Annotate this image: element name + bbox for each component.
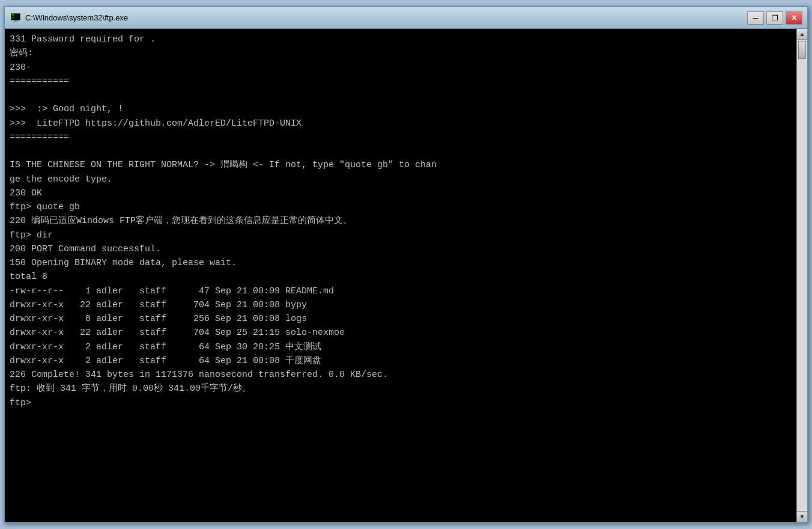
scrollbar-up-button[interactable]: ▲ [797,29,807,40]
svg-rect-4 [12,17,14,17]
svg-rect-3 [12,16,15,16]
close-button[interactable]: ✕ [786,11,802,25]
scrollbar-thumb[interactable] [798,41,806,59]
window-icon [10,12,22,24]
scrollbar-track[interactable] [797,40,807,511]
terminal-area: 331 Password required for . 密码: 230- ===… [5,29,807,522]
svg-rect-2 [12,14,14,15]
svg-rect-6 [13,22,19,22]
terminal-output[interactable]: 331 Password required for . 密码: 230- ===… [5,29,796,522]
restore-button[interactable]: ❐ [766,11,783,25]
svg-rect-5 [14,20,17,22]
titlebar: C:\Windows\system32\ftp.exe ─ ❐ ✕ [5,7,807,29]
minimize-button[interactable]: ─ [747,11,764,25]
window-controls: ─ ❐ ✕ [747,11,802,25]
ftp-window: C:\Windows\system32\ftp.exe ─ ❐ ✕ 331 Pa… [4,6,808,523]
window-title: C:\Windows\system32\ftp.exe [25,13,747,22]
scrollbar-down-button[interactable]: ▼ [797,511,807,522]
scrollbar[interactable]: ▲ ▼ [796,29,807,522]
